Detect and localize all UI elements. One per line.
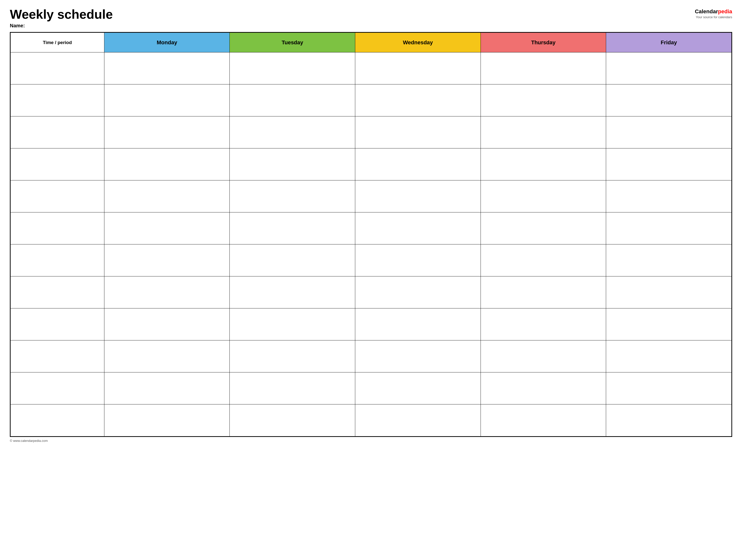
table-row — [11, 149, 732, 180]
table-cell[interactable] — [481, 276, 606, 309]
col-header-thursday: Thursday — [481, 33, 606, 52]
table-cell[interactable] — [355, 180, 481, 212]
table-cell[interactable] — [104, 373, 230, 404]
table-cell[interactable] — [104, 340, 230, 373]
table-cell[interactable] — [481, 309, 606, 340]
col-header-time: Time / period — [11, 33, 104, 52]
table-cell[interactable] — [11, 276, 104, 309]
table-cell[interactable] — [11, 52, 104, 85]
header-area: Weekly schedule Name: Calendarpedia Your… — [10, 7, 732, 29]
table-cell[interactable] — [104, 404, 230, 436]
table-cell[interactable] — [230, 212, 355, 244]
table-cell[interactable] — [355, 212, 481, 244]
table-cell[interactable] — [11, 212, 104, 244]
table-cell[interactable] — [230, 404, 355, 436]
table-cell[interactable] — [481, 116, 606, 149]
table-cell[interactable] — [606, 373, 732, 404]
title-section: Weekly schedule Name: — [10, 7, 113, 29]
col-header-wednesday: Wednesday — [355, 33, 481, 52]
table-cell[interactable] — [606, 276, 732, 309]
table-cell[interactable] — [606, 340, 732, 373]
table-cell[interactable] — [481, 85, 606, 116]
page-title: Weekly schedule — [10, 7, 113, 21]
table-cell[interactable] — [481, 340, 606, 373]
table-cell[interactable] — [355, 244, 481, 276]
table-cell[interactable] — [606, 309, 732, 340]
table-cell[interactable] — [11, 340, 104, 373]
logo-calendar-part: Calendar — [695, 8, 718, 14]
table-row — [11, 85, 732, 116]
logo-tagline: Your source for calendars — [696, 15, 732, 19]
table-cell[interactable] — [355, 149, 481, 180]
table-cell[interactable] — [104, 244, 230, 276]
table-cell[interactable] — [230, 52, 355, 85]
table-cell[interactable] — [11, 116, 104, 149]
table-row — [11, 212, 732, 244]
table-cell[interactable] — [230, 309, 355, 340]
table-cell[interactable] — [230, 276, 355, 309]
col-header-friday: Friday — [606, 33, 732, 52]
table-cell[interactable] — [355, 340, 481, 373]
table-cell[interactable] — [104, 85, 230, 116]
table-cell[interactable] — [11, 180, 104, 212]
table-cell[interactable] — [11, 373, 104, 404]
header-row: Time / period Monday Tuesday Wednesday T… — [11, 33, 732, 52]
table-cell[interactable] — [11, 309, 104, 340]
logo-section: Calendarpedia Your source for calendars — [695, 8, 732, 19]
schedule-table: Time / period Monday Tuesday Wednesday T… — [10, 33, 732, 436]
table-cell[interactable] — [481, 373, 606, 404]
table-cell[interactable] — [606, 244, 732, 276]
table-row — [11, 180, 732, 212]
table-cell[interactable] — [104, 212, 230, 244]
table-row — [11, 52, 732, 85]
logo-pedia-part: pedia — [718, 8, 732, 14]
table-row — [11, 276, 732, 309]
table-cell[interactable] — [606, 404, 732, 436]
table-cell[interactable] — [606, 52, 732, 85]
table-row — [11, 373, 732, 404]
table-cell[interactable] — [230, 85, 355, 116]
col-header-monday: Monday — [104, 33, 230, 52]
table-cell[interactable] — [230, 116, 355, 149]
table-cell[interactable] — [606, 85, 732, 116]
schedule-body — [11, 52, 732, 436]
table-cell[interactable] — [355, 116, 481, 149]
table-cell[interactable] — [481, 244, 606, 276]
table-cell[interactable] — [230, 180, 355, 212]
table-cell[interactable] — [355, 373, 481, 404]
schedule-table-wrapper: Time / period Monday Tuesday Wednesday T… — [10, 32, 732, 437]
table-cell[interactable] — [481, 180, 606, 212]
table-cell[interactable] — [104, 52, 230, 85]
table-cell[interactable] — [104, 276, 230, 309]
table-cell[interactable] — [11, 244, 104, 276]
table-cell[interactable] — [606, 149, 732, 180]
table-cell[interactable] — [481, 149, 606, 180]
table-cell[interactable] — [230, 149, 355, 180]
table-cell[interactable] — [481, 52, 606, 85]
table-cell[interactable] — [230, 373, 355, 404]
table-cell[interactable] — [481, 212, 606, 244]
table-cell[interactable] — [606, 116, 732, 149]
footer: © www.calendarpedia.com — [10, 439, 732, 443]
table-cell[interactable] — [606, 180, 732, 212]
table-cell[interactable] — [104, 116, 230, 149]
table-cell[interactable] — [230, 244, 355, 276]
table-row — [11, 116, 732, 149]
table-cell[interactable] — [11, 404, 104, 436]
table-cell[interactable] — [481, 404, 606, 436]
table-row — [11, 340, 732, 373]
table-cell[interactable] — [11, 149, 104, 180]
table-cell[interactable] — [606, 212, 732, 244]
table-cell[interactable] — [355, 85, 481, 116]
table-cell[interactable] — [11, 85, 104, 116]
table-cell[interactable] — [104, 180, 230, 212]
table-cell[interactable] — [355, 404, 481, 436]
footer-url: © www.calendarpedia.com — [10, 439, 48, 443]
table-cell[interactable] — [104, 309, 230, 340]
table-cell[interactable] — [355, 276, 481, 309]
col-header-tuesday: Tuesday — [230, 33, 355, 52]
table-cell[interactable] — [104, 149, 230, 180]
table-cell[interactable] — [230, 340, 355, 373]
table-cell[interactable] — [355, 309, 481, 340]
table-cell[interactable] — [355, 52, 481, 85]
